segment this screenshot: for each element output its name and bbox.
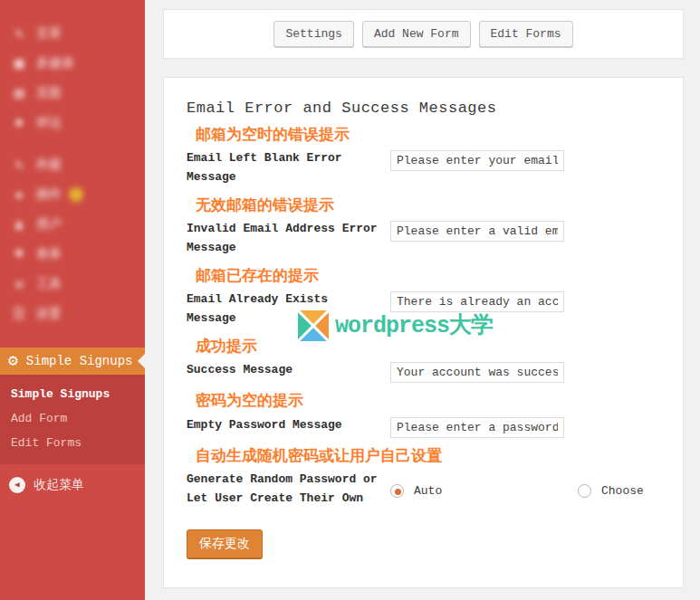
sidebar-item-label: 插件 <box>36 186 62 203</box>
field-label: Email Left Blank Error Message <box>187 149 390 187</box>
settings-panel: Email Error and Success Messages 邮箱为空时的错… <box>163 77 684 588</box>
form-row-invalid-email: Invalid Email Address Error Message <box>187 220 660 258</box>
forms-icon: ♥ <box>10 246 28 262</box>
sidebar-item-tools[interactable]: ⚒ 工具 <box>0 269 145 299</box>
email-blank-error-input[interactable] <box>390 150 564 171</box>
section-note-email-exists: 邮箱已存在的提示 <box>196 268 660 286</box>
plugins-icon: ✚ <box>10 186 28 204</box>
collapse-menu-label: 收起菜单 <box>34 477 84 493</box>
sidebar-item-posts[interactable]: ✎ 文章 <box>0 18 145 48</box>
pages-icon: ▤ <box>10 84 28 102</box>
submenu-item-simple-signups[interactable]: Simple Signups <box>0 382 145 406</box>
admin-sidebar: ✎ 文章 ▦ 多媒体 ▤ 页面 ● 评论 ✎ 外观 ✚ 插件 ♟ 用户 <box>0 0 145 600</box>
sidebar-item-media[interactable]: ▦ 多媒体 <box>0 48 145 78</box>
sidebar-item-label: 多媒体 <box>36 55 74 71</box>
sidebar-item-appearance[interactable]: ✎ 外观 <box>0 149 145 179</box>
settings-icon: ☰ <box>10 305 28 323</box>
section-note-success: 成功提示 <box>196 338 660 357</box>
radio-option-auto[interactable]: Auto <box>390 484 578 498</box>
radio-button-choose[interactable] <box>578 484 591 498</box>
blurred-menu-group-1: ✎ 文章 ▦ 多媒体 ▤ 页面 ● 评论 <box>0 18 145 138</box>
settings-button[interactable]: Settings <box>273 21 353 47</box>
empty-password-message-input[interactable] <box>390 417 564 438</box>
tools-icon: ⚒ <box>10 275 28 293</box>
sidebar-item-label: 设置 <box>36 306 62 322</box>
comments-icon: ● <box>10 115 28 131</box>
submenu-item-add-form[interactable]: Add Form <box>0 406 145 431</box>
active-item-label: Simple Signups <box>26 354 133 368</box>
field-label: Generate Random Password or Let User Cre… <box>187 471 390 509</box>
invalid-email-error-input[interactable] <box>390 221 564 242</box>
add-new-form-button[interactable]: Add New Form <box>362 21 471 47</box>
media-icon: ▦ <box>10 54 28 72</box>
simple-signups-submenu: Simple Signups Add Form Edit Forms <box>0 375 145 464</box>
sidebar-item-label: 评论 <box>36 115 62 131</box>
sidebar-item-forms[interactable]: ♥ 表单 <box>0 239 145 269</box>
pencil-icon: ✎ <box>10 24 28 43</box>
users-icon: ♟ <box>10 215 28 233</box>
section-note-email-blank: 邮箱为空时的错误提示 <box>196 127 660 145</box>
sidebar-item-label: 工具 <box>36 276 62 292</box>
success-message-input[interactable] <box>390 362 564 383</box>
topbar-card: Settings Add New Form Edit Forms <box>163 9 684 59</box>
radio-button-auto[interactable] <box>390 484 404 498</box>
sidebar-item-settings[interactable]: ☰ 设置 <box>0 299 145 329</box>
page-title: Email Error and Success Messages <box>187 100 660 117</box>
sidebar-item-comments[interactable]: ● 评论 <box>0 108 145 138</box>
form-row-email-exists: Email Already Exists Message <box>187 290 660 329</box>
radio-label-auto: Auto <box>414 484 442 498</box>
field-label: Invalid Email Address Error Message <box>187 220 390 258</box>
active-menu-arrow <box>138 354 145 368</box>
form-row-success: Success Message <box>187 361 660 383</box>
sidebar-item-label: 用户 <box>36 216 62 233</box>
sidebar-item-label: 文章 <box>36 25 62 42</box>
form-row-email-blank: Email Left Blank Error Message <box>187 149 660 187</box>
collapse-menu-button[interactable]: ◀ 收起菜单 <box>0 471 145 499</box>
appearance-icon: ✎ <box>10 156 28 174</box>
field-label: Success Message <box>187 361 390 383</box>
sidebar-item-pages[interactable]: ▤ 页面 <box>0 78 145 108</box>
form-row-password-mode: Generate Random Password or Let User Cre… <box>187 471 660 509</box>
radio-label-choose: Choose <box>601 484 644 498</box>
section-note-password-mode: 自动生成随机密码或让用户自己设置 <box>196 448 660 466</box>
sidebar-item-label: 表单 <box>36 246 62 262</box>
save-changes-button[interactable]: 保存更改 <box>187 529 263 558</box>
blurred-menu-group-2: ✎ 外观 ✚ 插件 ♟ 用户 ♥ 表单 ⚒ 工具 ☰ 设置 <box>0 149 145 329</box>
sidebar-item-simple-signups-active[interactable]: ⚙ Simple Signups <box>0 348 145 375</box>
section-note-invalid-email: 无效邮箱的错误提示 <box>196 197 660 215</box>
gear-icon: ⚙ <box>8 353 18 369</box>
field-label: Empty Password Message <box>187 416 390 438</box>
collapse-arrow-icon: ◀ <box>9 477 25 493</box>
radio-option-choose[interactable]: Choose <box>578 484 644 498</box>
sidebar-item-plugins[interactable]: ✚ 插件 <box>0 179 145 209</box>
update-count-badge <box>69 187 83 202</box>
sidebar-item-label: 页面 <box>36 85 62 101</box>
edit-forms-button[interactable]: Edit Forms <box>479 21 573 47</box>
form-row-empty-password: Empty Password Message <box>187 416 660 438</box>
sidebar-item-label: 外观 <box>36 157 62 173</box>
email-exists-message-input[interactable] <box>390 291 564 312</box>
section-note-empty-password: 密码为空的提示 <box>196 393 660 411</box>
submenu-item-edit-forms[interactable]: Edit Forms <box>0 431 145 455</box>
sidebar-item-users[interactable]: ♟ 用户 <box>0 209 145 239</box>
field-label: Email Already Exists Message <box>187 290 390 329</box>
